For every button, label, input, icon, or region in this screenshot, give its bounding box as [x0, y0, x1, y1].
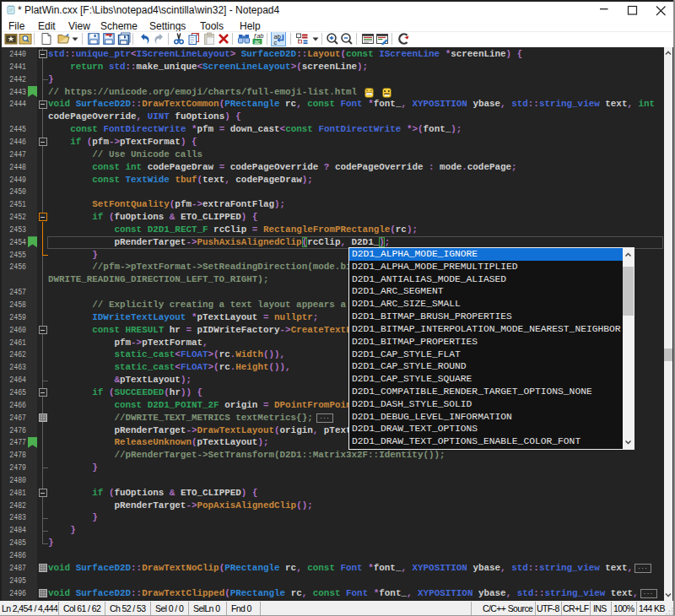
svg-text:ac: ac [255, 39, 262, 45]
svg-text:c: c [274, 39, 278, 46]
